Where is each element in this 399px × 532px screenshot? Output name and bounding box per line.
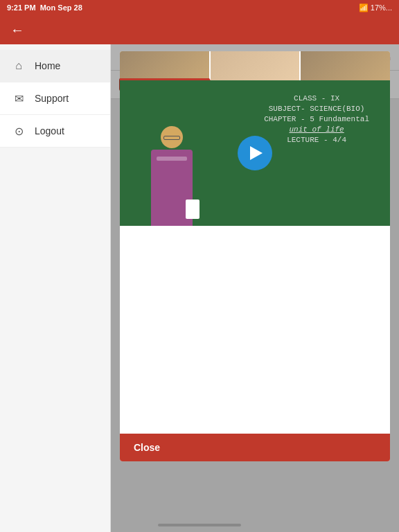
chalkboard-line1: CLASS - IX [264,94,369,103]
logout-icon: ⊙ [11,123,26,139]
sidebar: ⌂ Home ✉ Support ⊙ Logout [0,44,111,532]
sidebar-item-logout[interactable]: ⊙ Logout [0,115,110,148]
modal-dialog: CLASS - IX SUBJECT- SCIENCE(BIO) CHAPTER… [120,51,390,461]
header-bar: ← [0,15,399,44]
thumbnail-2[interactable] [211,51,301,80]
content-area: ☆ Posted On Sep,2020 04 Show Upto: [111,44,399,532]
teacher-paper [186,200,200,219]
sidebar-label-home: Home [35,60,60,71]
status-bar: 9:21 PM Mon Sep 28 📶 17%... [0,0,399,15]
chalkboard-line3: CHAPTER - 5 Fundamental [264,115,369,123]
teacher-figure [141,108,203,226]
chalkboard-content: CLASS - IX SUBJECT- SCIENCE(BIO) CHAPTER… [264,94,369,146]
sidebar-item-home[interactable]: ⌂ Home [0,50,110,82]
back-button[interactable]: ← [10,22,24,38]
sidebar-label-support: Support [35,93,69,104]
support-icon: ✉ [11,91,26,106]
play-icon [250,146,263,160]
status-time-date: 9:21 PM Mon Sep 28 [7,3,82,12]
thumb-inner-3 [301,51,390,80]
teacher-head [161,126,183,148]
main-layout: ⌂ Home ✉ Support ⊙ Logout ☆ Posted On Se… [0,44,399,532]
teacher-glasses [163,136,180,140]
modal-overlay: CLASS - IX SUBJECT- SCIENCE(BIO) CHAPTER… [111,44,399,532]
chalkboard-line4: unit of life [264,125,369,134]
sidebar-label-logout: Logout [35,125,64,136]
bottom-navigation-indicator [158,524,241,526]
sidebar-item-support[interactable]: ✉ Support [0,82,110,115]
play-button[interactable] [238,136,272,170]
video-area: CLASS - IX SUBJECT- SCIENCE(BIO) CHAPTER… [120,80,390,226]
close-button[interactable]: Close [120,434,390,461]
chalkboard-line2: SUBJECT- SCIENCE(BIO) [264,105,369,113]
thumbnail-strip [120,51,390,80]
thumb-inner-2 [211,51,300,80]
chalkboard-line5: LECTURE - 4/4 [264,136,369,144]
thumbnail-3[interactable] [301,51,390,80]
home-icon: ⌂ [11,58,26,73]
modal-body [120,226,390,434]
thumb-inner-1 [120,51,209,78]
teacher-body [151,150,193,226]
status-signal-battery: 📶 17%... [359,3,392,12]
thumbnail-1[interactable] [120,51,211,80]
